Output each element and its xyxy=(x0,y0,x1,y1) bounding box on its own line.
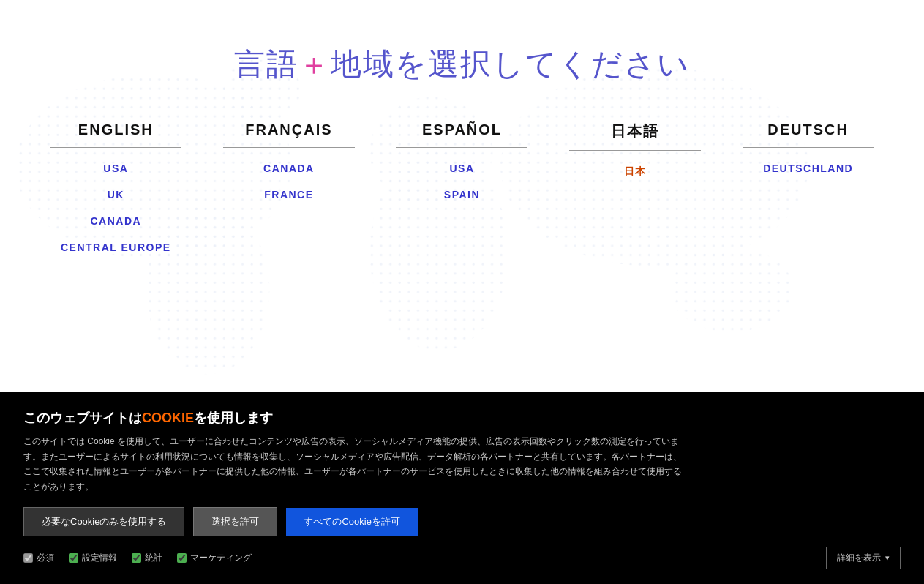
cookie-title-word: COOKIE xyxy=(142,411,194,425)
details-button[interactable]: 詳細を表示 xyxy=(826,547,901,569)
link-japan[interactable]: 日本 xyxy=(624,165,647,179)
francais-column: FRANÇAIS CANADA FRANCE xyxy=(223,121,355,215)
btn-allow-all[interactable]: すべてのCookieを許可 xyxy=(286,508,417,536)
link-spain[interactable]: SPAIN xyxy=(444,189,480,201)
page-wrapper: 言語＋地域を選択してください ENGLISH USA UK CANADA CEN… xyxy=(0,0,924,584)
checkbox-marketing-label[interactable]: マーケティング xyxy=(177,552,252,564)
link-usa-es[interactable]: USA xyxy=(449,162,474,174)
cookie-title-suffix: を使用します xyxy=(194,411,273,425)
espanol-header: ESPAÑOL xyxy=(396,121,527,148)
link-canada-en[interactable]: CANADA xyxy=(90,215,141,227)
checkbox-settings-text: 設定情報 xyxy=(82,552,117,564)
checkbox-required[interactable] xyxy=(23,553,33,563)
japanese-header: 日本語 xyxy=(569,121,701,151)
checkbox-marketing[interactable] xyxy=(177,553,187,563)
japanese-column: 日本語 日本 xyxy=(569,121,701,193)
checkbox-stats[interactable] xyxy=(132,553,141,563)
btn-necessary-only[interactable]: 必要なCookieのみを使用する xyxy=(23,507,184,536)
link-canada-fr[interactable]: CANADA xyxy=(263,162,315,174)
checkbox-settings-label[interactable]: 設定情報 xyxy=(69,552,117,564)
checkbox-marketing-text: マーケティング xyxy=(190,552,252,564)
link-central-europe[interactable]: CENTRAL EUROPE xyxy=(61,242,171,253)
cookie-banner: このウェブサイトはCOOKIEを使用します このサイトでは Cookie を使用… xyxy=(0,392,924,584)
link-deutschland[interactable]: DEUTSCHLAND xyxy=(763,162,853,174)
checkbox-stats-label[interactable]: 統計 xyxy=(132,552,162,564)
cookie-buttons: 必要なCookieのみを使用する 選択を許可 すべてのCookieを許可 xyxy=(23,507,901,536)
espanol-column: ESPAÑOL USA SPAIN xyxy=(396,121,527,215)
checkbox-required-text: 必須 xyxy=(37,552,54,564)
cookie-title: このウェブサイトはCOOKIEを使用します xyxy=(23,409,901,427)
cookie-title-prefix: このウェブサイトは xyxy=(23,411,142,425)
cookie-options: 必須 設定情報 統計 マーケティング 詳細を表示 xyxy=(23,547,901,569)
main-content: 言語＋地域を選択してください ENGLISH USA UK CANADA CEN… xyxy=(0,0,924,297)
cookie-description: このサイトでは Cookie を使用して、ユーザーに合わせたコンテンツや広告の表… xyxy=(23,434,682,494)
link-usa-en[interactable]: USA xyxy=(103,162,128,174)
link-uk[interactable]: UK xyxy=(108,189,124,201)
deutsch-header: DEUTSCH xyxy=(743,121,874,148)
link-france[interactable]: FRANCE xyxy=(264,189,313,201)
francais-header: FRANÇAIS xyxy=(223,121,355,148)
english-column: ENGLISH USA UK CANADA CENTRAL EUROPE xyxy=(50,121,181,268)
english-header: ENGLISH xyxy=(50,121,181,148)
languages-grid: ENGLISH USA UK CANADA CENTRAL EUROPE FRA… xyxy=(29,121,895,268)
checkbox-required-label[interactable]: 必須 xyxy=(23,552,54,564)
page-title: 言語＋地域を選択してください xyxy=(29,44,895,85)
deutsch-column: DEUTSCH DEUTSCHLAND xyxy=(743,121,874,189)
btn-selective[interactable]: 選択を許可 xyxy=(193,507,277,536)
checkbox-settings[interactable] xyxy=(69,553,78,563)
checkbox-stats-text: 統計 xyxy=(145,552,162,564)
